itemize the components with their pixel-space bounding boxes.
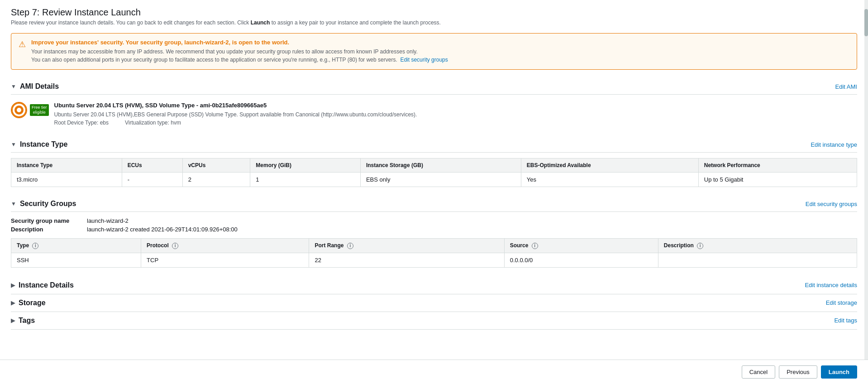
edit-tags-link[interactable]: Edit tags [834,317,857,324]
cell-sg-port-range: 22 [309,253,504,267]
cell-ecus: - [122,173,182,187]
previous-button[interactable]: Previous [779,365,817,379]
cell-storage: EBS only [360,173,521,187]
ami-content: Free tier eligible Ubuntu Server 20.04 L… [11,100,857,128]
security-groups-table: Type i Protocol i Port Range i Source i … [11,238,857,268]
tags-section: ▶ Tags Edit tags [11,312,857,330]
storage-title: Storage [19,299,46,307]
col-sg-source: Source i [504,239,658,253]
security-groups-section: ▼ Security Groups Edit security groups S… [11,196,857,268]
instance-type-table-header-row: Instance Type ECUs vCPUs Memory (GiB) In… [11,158,857,173]
warning-title: Improve your instances' security. Your s… [31,39,849,46]
ami-section-header[interactable]: ▼ AMI Details Edit AMI [11,79,857,95]
cell-sg-source: 0.0.0.0/0 [504,253,658,267]
instance-type-collapse-arrow: ▼ [11,141,16,148]
instance-details-arrow: ▶ [11,282,15,288]
launch-button[interactable]: Launch [821,365,857,379]
ami-name: Ubuntu Server 20.04 LTS (HVM), SSD Volum… [54,102,417,109]
tags-title: Tags [19,317,35,325]
sg-name-label: Security group name [11,217,83,224]
root-device-type: Root Device Type: ebs [54,120,109,126]
cell-instance-type: t3.micro [11,173,122,187]
cell-sg-protocol: TCP [141,253,309,267]
security-groups-collapse-arrow: ▼ [11,201,16,207]
col-network: Network Performance [698,158,857,173]
col-instance-type: Instance Type [11,158,122,173]
cell-network: Up to 5 Gigabit [698,173,857,187]
cell-ebs-optimized: Yes [521,173,698,187]
col-memory: Memory (GiB) [250,158,361,173]
scrollbar-thumb[interactable] [864,9,868,36]
svg-point-2 [17,108,21,112]
scrollbar[interactable] [864,0,868,384]
free-tier-badge: Free tier eligible [30,104,49,116]
tags-arrow: ▶ [11,317,15,324]
virtualization-type: Virtualization type: hvm [125,120,181,126]
storage-section: ▶ Storage Edit storage [11,294,857,312]
sg-description-label: Description [11,226,83,233]
cell-vcpus: 2 [182,173,250,187]
source-info-icon[interactable]: i [532,243,538,249]
instance-details-section: ▶ Instance Details Edit instance details [11,277,857,294]
warning-line2: You can also open additional ports in yo… [31,56,849,64]
sg-table-header-row: Type i Protocol i Port Range i Source i … [11,239,857,253]
cancel-button[interactable]: Cancel [742,365,775,379]
instance-type-title-row: ▼ Instance Type [11,140,67,149]
security-groups-section-header[interactable]: ▼ Security Groups Edit security groups [11,196,857,212]
ami-details-section: ▼ AMI Details Edit AMI Free tier eligibl… [11,79,857,128]
edit-security-groups-link[interactable]: Edit security groups [806,201,857,207]
instance-details-title: Instance Details [19,281,74,289]
col-sg-protocol: Protocol i [141,239,309,253]
edit-storage-link[interactable]: Edit storage [826,299,857,306]
security-group-info: Security group name launch-wizard-2 Desc… [11,217,857,233]
security-warning-banner: ⚠ Improve your instances' security. Your… [11,33,857,70]
edit-instance-type-link[interactable]: Edit instance type [811,141,857,148]
ami-section-title: AMI Details [20,82,59,91]
edit-security-groups-warning-link[interactable]: Edit security groups [400,57,448,63]
cell-sg-description [658,253,857,267]
sg-description-value: launch-wizard-2 created 2021-06-29T14:01… [87,226,238,233]
sg-name-value: launch-wizard-2 [87,217,129,224]
col-ecus: ECUs [122,158,182,173]
cell-sg-type: SSH [11,253,141,267]
instance-type-section: ▼ Instance Type Edit instance type Insta… [11,137,857,187]
col-storage: Instance Storage (GB) [360,158,521,173]
ami-collapse-arrow: ▼ [11,83,16,90]
col-vcpus: vCPUs [182,158,250,173]
ami-title-row: ▼ AMI Details [11,82,59,91]
bottom-bar: Cancel Previous Launch [0,360,868,384]
port-range-info-icon[interactable]: i [347,243,353,249]
instance-type-table: Instance Type ECUs vCPUs Memory (GiB) In… [11,158,857,187]
instance-type-section-header[interactable]: ▼ Instance Type Edit instance type [11,137,857,153]
ami-description: Ubuntu Server 20.04 LTS (HVM),EBS Genera… [54,110,417,119]
col-sg-type: Type i [11,239,141,253]
launch-keyword: Launch [251,19,270,26]
description-info-icon[interactable]: i [697,243,703,249]
col-ebs: EBS-Optimized Available [521,158,698,173]
subtitle-end: to assign a key pair to your instance an… [272,19,441,26]
storage-title-row[interactable]: ▶ Storage [11,299,46,307]
security-groups-section-title: Security Groups [20,200,76,208]
warning-content: Improve your instances' security. Your s… [31,39,849,64]
instance-details-title-row[interactable]: ▶ Instance Details [11,281,74,289]
table-row: t3.micro - 2 1 EBS only Yes Up to 5 Giga… [11,173,857,187]
security-groups-title-row: ▼ Security Groups [11,200,76,208]
col-sg-port-range: Port Range i [309,239,504,253]
warning-icon: ⚠ [19,39,26,49]
sg-name-row: Security group name launch-wizard-2 [11,217,857,224]
warning-line1: Your instances may be accessible from an… [31,48,849,56]
storage-arrow: ▶ [11,300,15,306]
type-info-icon[interactable]: i [32,243,38,249]
table-row: SSH TCP 22 0.0.0.0/0 [11,253,857,267]
page-subtitle: Please review your instance launch detai… [11,19,857,26]
protocol-info-icon[interactable]: i [172,243,178,249]
sg-description-row: Description launch-wizard-2 created 2021… [11,226,857,233]
cell-memory: 1 [250,173,361,187]
ami-icon [11,102,27,118]
ami-info: Ubuntu Server 20.04 LTS (HVM), SSD Volum… [54,102,417,126]
edit-ami-link[interactable]: Edit AMI [835,83,857,90]
tags-title-row[interactable]: ▶ Tags [11,317,35,325]
edit-instance-details-link[interactable]: Edit instance details [805,282,857,288]
ami-meta: Root Device Type: ebs Virtualization typ… [54,120,417,126]
page-title: Step 7: Review Instance Launch [11,7,857,18]
